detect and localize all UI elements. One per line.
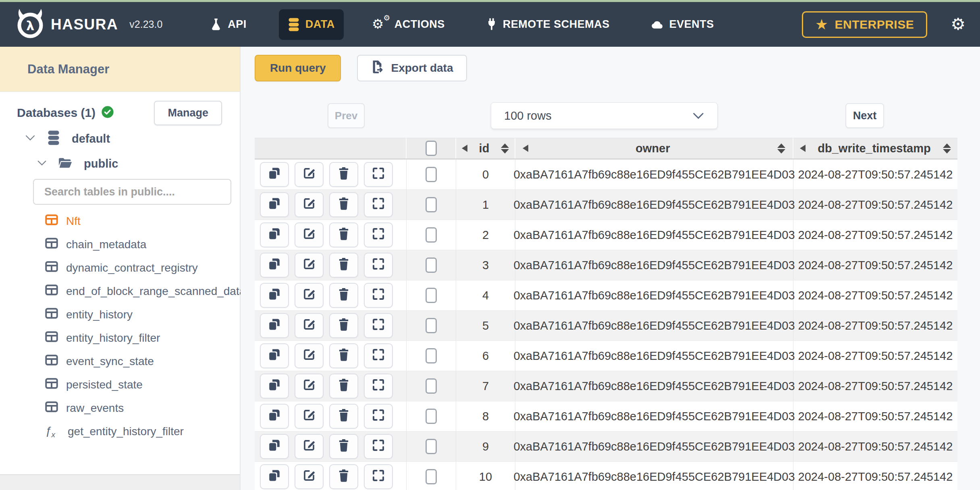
edit-row-button[interactable]	[295, 374, 324, 399]
header-owner[interactable]: owner	[515, 138, 793, 158]
copy-row-button[interactable]	[260, 434, 289, 459]
run-query-button[interactable]: Run query	[255, 55, 341, 81]
row-checkbox[interactable]	[426, 167, 437, 182]
sidebar-table-item[interactable]: entity_history	[45, 303, 240, 326]
edit-row-button[interactable]	[295, 464, 324, 489]
row-checkbox[interactable]	[426, 227, 437, 243]
sidebar-table-item[interactable]: end_of_block_range_scanned_data	[45, 280, 240, 303]
freeze-column-icon[interactable]	[523, 145, 528, 152]
edit-row-button[interactable]	[295, 313, 324, 338]
sidebar-table-item[interactable]: chain_metadata	[45, 233, 240, 256]
copy-row-button[interactable]	[260, 222, 289, 247]
chevron-down-icon[interactable]	[37, 160, 47, 168]
nav-item-actions[interactable]: ⚙⚙ ACTIONS	[364, 8, 454, 41]
expand-row-button[interactable]	[364, 313, 393, 338]
expand-row-button[interactable]	[364, 283, 393, 308]
nav-item-remote-schemas[interactable]: REMOTE SCHEMAS	[477, 10, 619, 39]
copy-icon	[268, 318, 281, 334]
nav-item-data[interactable]: DATA	[279, 9, 344, 40]
nav-item-label: REMOTE SCHEMAS	[503, 18, 610, 31]
copy-row-button[interactable]	[260, 374, 289, 399]
delete-row-button[interactable]	[329, 253, 358, 278]
freeze-column-icon[interactable]	[462, 145, 467, 152]
row-checkbox-cell	[407, 280, 456, 310]
expand-row-button[interactable]	[364, 404, 393, 429]
sidebar-table-item[interactable]: raw_events	[45, 397, 240, 420]
sidebar-table-item[interactable]: entity_history_filter	[45, 326, 240, 350]
delete-row-button[interactable]	[329, 162, 358, 187]
expand-row-button[interactable]	[364, 253, 393, 278]
trash-icon	[337, 257, 350, 274]
expand-row-button[interactable]	[364, 192, 393, 217]
hasura-logo-icon[interactable]: λ	[15, 8, 45, 42]
nav-item-api[interactable]: API	[201, 10, 255, 39]
enterprise-button[interactable]: ★ ENTERPRISE	[802, 11, 928, 38]
sort-icon[interactable]	[943, 143, 951, 154]
row-checkbox[interactable]	[426, 318, 437, 333]
row-checkbox[interactable]	[426, 409, 437, 424]
nav-item-events[interactable]: EVENTS	[642, 10, 723, 39]
table-icon	[45, 355, 58, 368]
delete-row-button[interactable]	[329, 283, 358, 308]
copy-row-button[interactable]	[260, 162, 289, 187]
search-input[interactable]	[33, 179, 231, 205]
sidebar-table-item[interactable]: persisted_state	[45, 373, 240, 397]
freeze-column-icon[interactable]	[800, 145, 806, 152]
expand-row-button[interactable]	[364, 343, 393, 368]
edit-row-button[interactable]	[295, 253, 324, 278]
header-id[interactable]: id	[456, 138, 515, 158]
delete-row-button[interactable]	[329, 464, 358, 489]
delete-row-button[interactable]	[329, 343, 358, 368]
expand-row-button[interactable]	[364, 434, 393, 459]
sidebar-table-item[interactable]: ƒx get_entity_history_filter	[45, 420, 240, 443]
delete-row-button[interactable]	[329, 374, 358, 399]
edit-row-button[interactable]	[295, 192, 324, 217]
copy-row-button[interactable]	[260, 253, 289, 278]
edit-row-button[interactable]	[295, 404, 324, 429]
sidebar-table-item[interactable]: event_sync_state	[45, 350, 240, 373]
export-data-button[interactable]: Export data	[357, 55, 467, 81]
copy-icon	[268, 287, 281, 304]
tree-node-database[interactable]: default	[0, 127, 240, 150]
copy-row-button[interactable]	[260, 313, 289, 338]
delete-row-button[interactable]	[329, 434, 358, 459]
edit-row-button[interactable]	[295, 434, 324, 459]
edit-row-button[interactable]	[295, 162, 324, 187]
expand-row-button[interactable]	[364, 162, 393, 187]
row-checkbox[interactable]	[426, 439, 437, 454]
row-checkbox[interactable]	[426, 348, 437, 363]
delete-row-button[interactable]	[329, 404, 358, 429]
delete-row-button[interactable]	[329, 192, 358, 217]
gear-icon[interactable]: ⚙	[951, 16, 965, 33]
copy-row-button[interactable]	[260, 283, 289, 308]
copy-row-button[interactable]	[260, 192, 289, 217]
expand-row-button[interactable]	[364, 222, 393, 247]
tree-node-schema[interactable]: public	[0, 152, 240, 175]
copy-row-button[interactable]	[260, 343, 289, 368]
prev-page-button[interactable]: Prev	[328, 103, 365, 128]
expand-row-button[interactable]	[364, 464, 393, 489]
rows-per-page-select[interactable]: 100 rows	[491, 102, 718, 129]
chevron-down-icon[interactable]	[25, 135, 35, 143]
row-checkbox[interactable]	[426, 288, 437, 303]
edit-row-button[interactable]	[295, 343, 324, 368]
select-all-checkbox[interactable]	[426, 141, 437, 156]
delete-row-button[interactable]	[329, 222, 358, 247]
edit-row-button[interactable]	[295, 222, 324, 247]
manage-button[interactable]: Manage	[154, 101, 222, 125]
row-checkbox[interactable]	[426, 378, 437, 394]
row-checkbox[interactable]	[426, 469, 437, 484]
row-checkbox[interactable]	[426, 197, 437, 212]
sidebar-table-item[interactable]: dynamic_contract_registry	[45, 256, 240, 280]
edit-row-button[interactable]	[295, 283, 324, 308]
sort-icon[interactable]	[501, 143, 509, 154]
sidebar-table-item[interactable]: Nft	[45, 210, 240, 233]
next-page-button[interactable]: Next	[845, 103, 884, 128]
expand-row-button[interactable]	[364, 374, 393, 399]
copy-row-button[interactable]	[260, 404, 289, 429]
sort-icon[interactable]	[777, 143, 785, 154]
copy-row-button[interactable]	[260, 464, 289, 489]
header-db-write-timestamp[interactable]: db_write_timestamp	[793, 138, 957, 158]
delete-row-button[interactable]	[329, 313, 358, 338]
row-checkbox[interactable]	[426, 257, 437, 273]
